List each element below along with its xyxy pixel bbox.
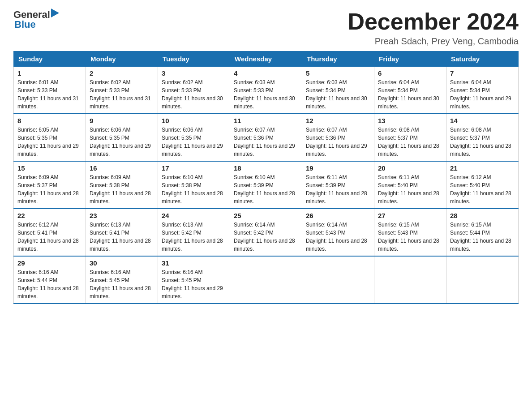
calendar-day-cell: 28Sunrise: 6:15 AMSunset: 5:44 PMDayligh… [446,209,519,256]
day-info: Sunrise: 6:08 AMSunset: 5:37 PMDaylight:… [378,126,442,158]
calendar-day-cell: 9Sunrise: 6:06 AMSunset: 5:35 PMDaylight… [86,114,158,161]
day-number: 31 [162,259,226,267]
day-info: Sunrise: 6:15 AMSunset: 5:44 PMDaylight:… [450,221,515,253]
calendar-week-row: 1Sunrise: 6:01 AMSunset: 5:33 PMDaylight… [14,67,519,114]
calendar-day-cell: 1Sunrise: 6:01 AMSunset: 5:33 PMDaylight… [14,67,86,114]
header-wednesday: Wednesday [230,51,302,67]
day-number: 23 [90,212,154,219]
calendar-day-cell: 21Sunrise: 6:12 AMSunset: 5:40 PMDayligh… [446,161,519,209]
header-saturday: Saturday [446,51,519,67]
day-info: Sunrise: 6:14 AMSunset: 5:43 PMDaylight:… [306,221,370,253]
day-info: Sunrise: 6:16 AMSunset: 5:45 PMDaylight:… [90,268,154,300]
calendar-empty-cell [302,256,374,304]
day-info: Sunrise: 6:05 AMSunset: 5:35 PMDaylight:… [17,126,82,158]
header-monday: Monday [86,51,158,67]
day-info: Sunrise: 6:06 AMSunset: 5:35 PMDaylight:… [162,126,226,158]
calendar-day-cell: 20Sunrise: 6:11 AMSunset: 5:40 PMDayligh… [374,161,446,209]
day-number: 2 [90,69,154,77]
calendar-day-cell: 18Sunrise: 6:10 AMSunset: 5:39 PMDayligh… [230,161,302,209]
logo: General Blue [13,9,61,30]
calendar-day-cell: 3Sunrise: 6:02 AMSunset: 5:33 PMDaylight… [158,67,230,114]
day-info: Sunrise: 6:01 AMSunset: 5:33 PMDaylight:… [17,78,82,111]
calendar-empty-cell [230,256,302,304]
day-info: Sunrise: 6:12 AMSunset: 5:40 PMDaylight:… [450,173,515,206]
calendar-week-row: 22Sunrise: 6:12 AMSunset: 5:41 PMDayligh… [14,209,519,256]
day-info: Sunrise: 6:03 AMSunset: 5:33 PMDaylight:… [234,78,298,111]
day-number: 26 [306,212,370,219]
day-info: Sunrise: 6:06 AMSunset: 5:35 PMDaylight:… [90,126,154,158]
day-info: Sunrise: 6:11 AMSunset: 5:39 PMDaylight:… [306,173,370,206]
calendar-day-cell: 8Sunrise: 6:05 AMSunset: 5:35 PMDaylight… [14,114,86,161]
header-sunday: Sunday [14,51,86,67]
day-number: 13 [378,117,442,124]
day-number: 3 [162,69,226,77]
day-info: Sunrise: 6:02 AMSunset: 5:33 PMDaylight:… [90,78,154,111]
day-info: Sunrise: 6:14 AMSunset: 5:42 PMDaylight:… [234,221,298,253]
calendar-day-cell: 31Sunrise: 6:16 AMSunset: 5:45 PMDayligh… [158,256,230,304]
day-info: Sunrise: 6:10 AMSunset: 5:39 PMDaylight:… [234,173,298,206]
svg-marker-0 [51,9,59,17]
calendar-day-cell: 6Sunrise: 6:04 AMSunset: 5:34 PMDaylight… [374,67,446,114]
day-number: 15 [17,164,82,172]
day-number: 9 [90,117,154,124]
day-number: 17 [162,164,226,172]
day-number: 27 [378,212,442,219]
calendar-day-cell: 30Sunrise: 6:16 AMSunset: 5:45 PMDayligh… [86,256,158,304]
day-info: Sunrise: 6:13 AMSunset: 5:41 PMDaylight:… [90,221,154,253]
header-tuesday: Tuesday [158,51,230,67]
title-block: December 2024 Preah Sdach, Prey Veng, Ca… [348,9,519,47]
day-info: Sunrise: 6:15 AMSunset: 5:43 PMDaylight:… [378,221,442,253]
day-number: 8 [17,117,82,124]
day-number: 22 [17,212,82,219]
day-info: Sunrise: 6:13 AMSunset: 5:42 PMDaylight:… [162,221,226,253]
calendar-day-cell: 27Sunrise: 6:15 AMSunset: 5:43 PMDayligh… [374,209,446,256]
day-info: Sunrise: 6:08 AMSunset: 5:37 PMDaylight:… [450,126,515,158]
day-number: 24 [162,212,226,219]
day-number: 14 [450,117,515,124]
header-thursday: Thursday [302,51,374,67]
calendar-day-cell: 16Sunrise: 6:09 AMSunset: 5:38 PMDayligh… [86,161,158,209]
calendar-day-cell: 4Sunrise: 6:03 AMSunset: 5:33 PMDaylight… [230,67,302,114]
calendar-day-cell: 26Sunrise: 6:14 AMSunset: 5:43 PMDayligh… [302,209,374,256]
calendar-day-cell: 13Sunrise: 6:08 AMSunset: 5:37 PMDayligh… [374,114,446,161]
day-info: Sunrise: 6:16 AMSunset: 5:44 PMDaylight:… [17,268,82,300]
calendar-day-cell: 12Sunrise: 6:07 AMSunset: 5:36 PMDayligh… [302,114,374,161]
day-info: Sunrise: 6:04 AMSunset: 5:34 PMDaylight:… [450,78,515,111]
calendar-week-row: 15Sunrise: 6:09 AMSunset: 5:37 PMDayligh… [14,161,519,209]
calendar-day-cell: 19Sunrise: 6:11 AMSunset: 5:39 PMDayligh… [302,161,374,209]
day-number: 19 [306,164,370,172]
month-title: December 2024 [348,9,519,34]
calendar-day-cell: 23Sunrise: 6:13 AMSunset: 5:41 PMDayligh… [86,209,158,256]
day-number: 16 [90,164,154,172]
calendar-day-cell: 5Sunrise: 6:03 AMSunset: 5:34 PMDaylight… [302,67,374,114]
header-friday: Friday [374,51,446,67]
calendar-day-cell: 25Sunrise: 6:14 AMSunset: 5:42 PMDayligh… [230,209,302,256]
calendar-day-cell: 14Sunrise: 6:08 AMSunset: 5:37 PMDayligh… [446,114,519,161]
calendar-table: SundayMondayTuesdayWednesdayThursdayFrid… [13,51,519,304]
day-number: 21 [450,164,515,172]
day-info: Sunrise: 6:03 AMSunset: 5:34 PMDaylight:… [306,78,370,111]
day-number: 12 [306,117,370,124]
day-info: Sunrise: 6:09 AMSunset: 5:37 PMDaylight:… [17,173,82,206]
calendar-empty-cell [374,256,446,304]
calendar-day-cell: 15Sunrise: 6:09 AMSunset: 5:37 PMDayligh… [14,161,86,209]
logo-arrow-icon [51,9,59,17]
day-info: Sunrise: 6:07 AMSunset: 5:36 PMDaylight:… [234,126,298,158]
day-number: 29 [17,259,82,267]
day-number: 30 [90,259,154,267]
calendar-empty-cell [446,256,519,304]
day-number: 5 [306,69,370,77]
day-number: 4 [234,69,298,77]
calendar-day-cell: 2Sunrise: 6:02 AMSunset: 5:33 PMDaylight… [86,67,158,114]
logo-blue-text: Blue [13,19,36,30]
calendar-week-row: 29Sunrise: 6:16 AMSunset: 5:44 PMDayligh… [14,256,519,304]
calendar-week-row: 8Sunrise: 6:05 AMSunset: 5:35 PMDaylight… [14,114,519,161]
calendar-day-cell: 17Sunrise: 6:10 AMSunset: 5:38 PMDayligh… [158,161,230,209]
day-info: Sunrise: 6:02 AMSunset: 5:33 PMDaylight:… [162,78,226,111]
day-number: 11 [234,117,298,124]
day-number: 28 [450,212,515,219]
day-number: 6 [378,69,442,77]
calendar-header-row: SundayMondayTuesdayWednesdayThursdayFrid… [14,51,519,67]
day-number: 10 [162,117,226,124]
day-number: 7 [450,69,515,77]
